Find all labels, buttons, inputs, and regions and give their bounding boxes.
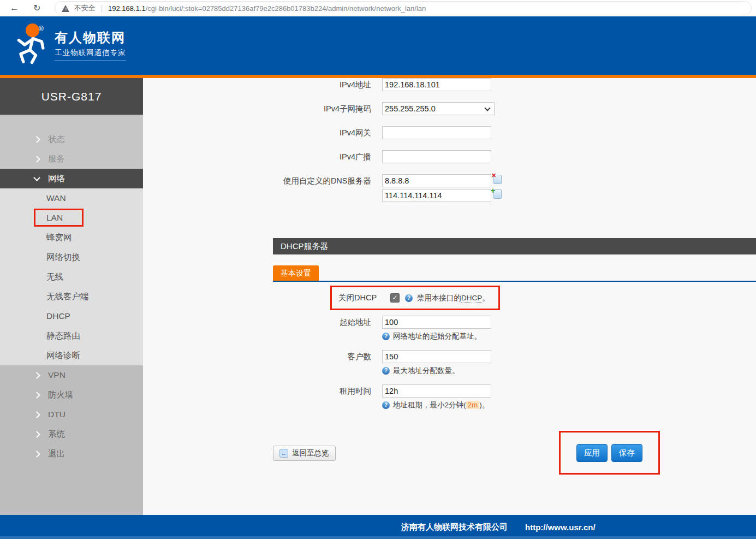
chevron-right-icon (33, 156, 40, 163)
brand-title: 有人物联网 (55, 29, 126, 46)
dhcp-tab-bar: 基本设置 (273, 265, 756, 282)
select-chevron-icon (484, 105, 490, 111)
chevron-right-icon (33, 136, 40, 143)
chevron-right-icon (33, 392, 40, 399)
browser-toolbar: ← ↻ ! 不安全 | 192.168.1.1 /cgi-bin/luci/;s… (0, 0, 756, 16)
sidebar-item-label: DHCP (46, 311, 70, 321)
form-actions: 返回至总览 应用 保存 (273, 431, 660, 475)
help-icon (405, 294, 413, 302)
sidebar-item-label: 系统 (48, 429, 65, 439)
ipv4-gateway-label: IPv4网关 (143, 128, 371, 138)
browser-back-icon[interactable]: ← (10, 0, 19, 16)
dhcp-section-header: DHCP服务器 (273, 238, 756, 254)
sidebar-item-logout[interactable]: 退出 (0, 444, 143, 464)
sidebar-group-bottom: VPN 防火墙 DTU 系统 退出 (0, 365, 143, 515)
sidebar-item-label: 状态 (48, 134, 65, 144)
ipv4-address-label: IPv4地址 (143, 80, 371, 90)
apply-save-annotation-box: 应用 保存 (559, 431, 660, 475)
address-bar[interactable]: ! 不安全 | 192.168.1.1 /cgi-bin/luci/;stok=… (55, 1, 752, 15)
footer-company: 济南有人物联网技术有限公司 (401, 522, 508, 532)
sidebar-item-label: 无线 (46, 272, 63, 281)
sidebar-item-cellular[interactable]: 蜂窝网 (0, 228, 143, 247)
brand-subtitle: 工业物联网通信专家 (55, 48, 126, 61)
ipv4-netmask-select[interactable]: 255.255.255.0 (382, 102, 495, 115)
page-footer: 济南有人物联网技术有限公司 http://www.usr.cn/ (0, 515, 756, 539)
help-icon (382, 367, 390, 375)
chevron-right-icon (33, 451, 40, 458)
url-host[interactable]: 192.168.1.1 (108, 4, 146, 13)
sidebar-item-label: LAN (46, 213, 63, 222)
save-button[interactable]: 保存 (611, 444, 642, 462)
sidebar-item-label: 网络切换 (46, 252, 80, 262)
disable-dhcp-annotation-box: 关闭DHCP 禁用本接口的DHCP。 (330, 286, 500, 310)
dns-server-2-input[interactable] (382, 189, 491, 202)
help-icon (382, 333, 390, 340)
ipv4-broadcast-input[interactable] (382, 150, 491, 163)
sidebar-group-top: 状态 服务 (0, 115, 143, 169)
ipv4-broadcast-label: IPv4广播 (143, 152, 371, 162)
dhcp-limit-input[interactable] (382, 350, 491, 363)
dns-remove-icon[interactable] (493, 175, 502, 184)
sidebar-item-network-switch[interactable]: 网络切换 (0, 247, 143, 267)
dhcp-start-label: 起始地址 (143, 316, 371, 328)
dhcp-limit-help: 最大地址分配数量。 (393, 366, 460, 376)
sidebar-item-label: 蜂窝网 (46, 233, 72, 242)
disable-dhcp-help: 禁用本接口的DHCP。 (417, 293, 490, 303)
sidebar-item-lan[interactable]: LAN (0, 208, 143, 228)
sidebar-item-status[interactable]: 状态 (0, 129, 143, 149)
ipv4-gateway-input[interactable] (382, 126, 491, 139)
dhcp-leasetime-input[interactable] (382, 384, 491, 398)
device-name: USR-G817 (0, 78, 143, 115)
sidebar-item-dtu[interactable]: DTU (0, 405, 143, 424)
dhcp-start-input[interactable] (382, 316, 491, 329)
sidebar-item-label: 静态路由 (46, 331, 80, 340)
disable-dhcp-checkbox[interactable] (390, 293, 400, 303)
apply-button[interactable]: 应用 (576, 444, 608, 462)
ipv4-netmask-label: IPv4子网掩码 (143, 104, 371, 114)
ipv4-address-input[interactable] (382, 78, 491, 91)
sidebar-item-wan[interactable]: WAN (0, 188, 143, 208)
sidebar-item-wireless[interactable]: 无线 (0, 267, 143, 287)
url-path[interactable]: /cgi-bin/luci/;stok=02785dd27136af79e2c2… (146, 4, 426, 13)
not-secure-warning-icon[interactable]: ! (62, 5, 70, 12)
security-label[interactable]: 不安全 (74, 3, 95, 13)
ipv4-netmask-value: 255.255.255.0 (385, 104, 485, 113)
registered-trademark: ® (39, 25, 44, 33)
browser-refresh-icon[interactable]: ↻ (33, 0, 40, 16)
footer-website-link[interactable]: http://www.usr.cn/ (525, 523, 596, 532)
back-button-label: 返回至总览 (292, 448, 329, 458)
sidebar-item-label: WAN (46, 193, 66, 203)
sidebar-item-label: VPN (48, 370, 66, 380)
dhcp-leasetime-label: 租用时间 (143, 384, 371, 396)
leasetime-min-code: 2m (466, 401, 480, 409)
sidebar-item-vpn[interactable]: VPN (0, 365, 143, 385)
tab-basic-settings[interactable]: 基本设置 (273, 265, 319, 281)
sidebar-group-network-sub: WAN LAN 蜂窝网 网络切换 无线 无线客户端 DHCP (0, 188, 143, 365)
dns-add-icon[interactable] (493, 189, 502, 199)
sidebar-item-dhcp[interactable]: DHCP (0, 306, 143, 326)
disable-dhcp-label: 关闭DHCP (338, 293, 390, 303)
sidebar-item-label: 网络诊断 (46, 351, 80, 360)
chevron-right-icon (33, 431, 40, 438)
sidebar-item-system[interactable]: 系统 (0, 424, 143, 444)
sidebar-item-label: 网络 (48, 174, 65, 183)
dhcp-start-help: 网络地址的起始分配基址。 (393, 331, 481, 341)
sidebar-item-static-routes[interactable]: 静态路由 (0, 326, 143, 346)
lan-annotation-box: LAN (34, 209, 84, 227)
sidebar-item-services[interactable]: 服务 (0, 149, 143, 169)
sidebar-item-diagnostics[interactable]: 网络诊断 (0, 346, 143, 365)
chevron-down-icon (33, 174, 40, 181)
main-content: IPv4地址 IPv4子网掩码 255.255.255.0 IPv4网关 IPv… (143, 78, 756, 515)
sidebar-nav: USR-G817 状态 服务 网络 WAN (0, 78, 143, 515)
chevron-right-icon (33, 372, 40, 379)
brand-header: ® 有人物联网 工业物联网通信专家 (0, 16, 756, 78)
usr-logo-icon (11, 23, 50, 67)
dhcp-leasetime-help: 地址租期，最小2分钟(2m)。 (393, 400, 489, 410)
sidebar-item-label: 服务 (48, 154, 65, 163)
sidebar-item-wireless-client[interactable]: 无线客户端 (0, 287, 143, 306)
sidebar-item-network[interactable]: 网络 (0, 169, 143, 188)
dhcp-help-link[interactable]: DHCP (461, 294, 482, 303)
back-to-overview-button[interactable]: 返回至总览 (273, 446, 336, 461)
dns-server-1-input[interactable] (382, 174, 491, 187)
sidebar-item-firewall[interactable]: 防火墙 (0, 385, 143, 405)
